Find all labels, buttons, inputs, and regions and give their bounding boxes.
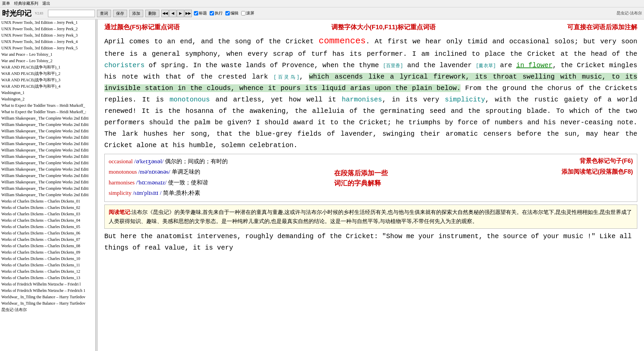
sidebar-item[interactable]: UNIX Power Tools, 3rd Edition – Jerry Pe… [0,39,95,45]
content-area[interactable]: 通过颜色(F5)标记重点词语 调整字体大小(F10,F11)标记重点词语 可直接… [98,19,644,351]
sidebar-item[interactable]: UNIX Power Tools, 3rd Edition – Jerry Pe… [0,26,95,32]
notes-content: :法布尔《昆虫记》的美学趣味,首先来自于一种潜在的童真与童趣,这或许与法布尔小时… [109,209,632,224]
annotation-inline-note: 可直接在词语后添加注解 [567,23,637,32]
dict-phonetic-monotonous: /mə'nɒtənəs/ [138,169,170,175]
sidebar-item[interactable]: UNIX Power Tools, 3rd Edition – Jerry Pe… [0,19,95,26]
dict-entry-monotonous: monotonous /mə'nɒtənəs/ 单调乏味的 [109,167,321,176]
sidebar-item[interactable]: Works of Charles Dickens – Charles Dicke… [0,249,95,256]
dict-entry-occasional: occasional /ə'keɪʒənəl/ 偶尔的；间或的；有时的 [109,157,321,166]
sidebar-item[interactable]: Works of Friedrich Wilhelm Nietzsche – F… [0,288,95,294]
dict-right-annotation: 在段落后添加一些词汇的字典解释 [334,157,546,199]
sidebar[interactable]: UNIX Power Tools, 3rd Edition – Jerry Pe… [0,19,96,351]
annotation-bg-mark: 背景色标记句子(F6) [580,157,633,165]
menu-item-menu[interactable]: 菜单 [2,1,10,6]
notes-label: 阅读笔记 [109,209,130,215]
sidebar-item[interactable]: William Shakespeare_ The Complete Works … [0,160,95,166]
dict-word-monotonous: monotonous [109,169,137,175]
dict-far-right-annotations: 背景色标记句子(F6) 添加阅读笔记(段落颜色F8) [559,157,633,199]
sidebar-item[interactable]: Works of Friedrich Wilhelm Nietzsche – F… [0,281,95,288]
next-button[interactable]: ▶▶ [184,10,192,17]
search-input[interactable] [48,10,95,17]
sidebar-item[interactable]: UNIX Power Tools, 3rd Edition – Jerry Pe… [0,45,95,51]
sidebar-item[interactable]: William Shakespeare_ The Complete Works … [0,185,95,192]
menu-bar: 菜单 经典珍藏系列 退出 [0,0,644,7]
sidebar-item[interactable]: Works of Charles Dickens – Charles Dicke… [0,230,95,236]
sidebar-item[interactable]: Works of Charles Dickens – Charles Dicke… [0,268,95,275]
menu-item-series[interactable]: 经典珍藏系列 [14,1,38,6]
add-button[interactable]: 添加 [129,10,143,17]
dict-meaning-harmonises: 使一致；使和谐 [168,179,208,186]
sidebar-item[interactable]: Worldwar_ In_Tiling the Balance – Harry … [0,300,95,307]
dict-entry-harmonises: harmonises /'hɑːmənaɪz/ 使一致；使和谐 [109,178,321,187]
sidebar-item[interactable]: UNIX Power Tools, 3rd Edition – Jerry Pe… [0,32,95,39]
checkbox-exec-label[interactable]: 执行 [210,10,223,16]
sidebar-item[interactable]: Washington_2 [0,96,95,102]
dict-phonetic-occasional: /ə'keɪʒənəl/ [134,158,164,165]
sidebar-item[interactable]: William Shakespeare_ The Complete Works … [0,192,95,198]
sidebar-item[interactable]: Works of Charles Dickens – Charles Dicke… [0,243,95,249]
sidebar-item[interactable]: William Shakespeare_ The Complete Works … [0,173,95,179]
sidebar-item[interactable]: WAR AND PEACE(战争与和平)_4 [0,83,95,90]
sidebar-item[interactable]: Washington_1 [0,90,95,96]
checkbox-scroll[interactable] [241,11,246,15]
annotation-reading-note: 添加阅读笔记(段落颜色F8) [561,168,633,176]
sidebar-item[interactable]: Works of Charles Dickens – Charles Dicke… [0,198,95,205]
prev-prev-button[interactable]: ◀◀ [161,10,169,17]
dict-word-harmonises: harmonises [109,179,135,186]
checkbox-scroll-label[interactable]: 滚屏 [241,10,254,16]
checkbox-exec[interactable] [210,11,214,15]
sidebar-item[interactable]: William Shakespeare_ The Complete Works … [0,122,95,128]
checkbox-edit[interactable] [225,11,230,15]
annotation-baili: [百里香] [383,63,403,69]
play-button[interactable]: ▶ [177,10,184,17]
sidebar-item[interactable]: Works of Charles Dickens – Charles Dicke… [0,236,95,243]
dict-meaning-simplicity: 简单;质朴;朴素 [163,190,200,196]
playback-controls: ◀◀ ◀ ▶ ▶▶ [161,10,192,17]
sidebar-item[interactable]: Works of Charles Dickens – Charles Dicke… [0,205,95,211]
dict-word-occasional: occasional [109,158,133,165]
search-button[interactable]: 查词 [97,10,111,17]
app-version: V2.83 [35,11,43,15]
delete-button[interactable]: 删除 [145,10,159,17]
checkbox-title[interactable] [194,11,198,15]
sidebar-item[interactable]: Works of Charles Dickens – Charles Dicke… [0,256,95,262]
sidebar-item[interactable]: Works of Charles Dickens – Charles Dicke… [0,262,95,268]
word-simplicity: simplicity [445,96,485,103]
sidebar-item[interactable]: William Shakespeare_ The Complete Works … [0,147,95,153]
dict-meaning-monotonous: 单调乏味的 [172,169,200,175]
sidebar-item[interactable]: WAR AND PEACE(战争与和平)_1 [0,64,95,71]
sidebar-item[interactable]: What to Expect the Toddler Years – Heidi… [0,109,95,115]
dict-meaning-occasional: 偶尔的；间或的；有时的 [165,158,228,165]
sidebar-item[interactable]: William Shakespeare_ The Complete Works … [0,179,95,185]
current-book-info: 昆虫记-法布尔 [616,10,642,16]
sidebar-item[interactable]: Works of Charles Dickens – Charles Dicke… [0,211,95,217]
sidebar-item[interactable]: Works of Charles Dickens – Charles Dicke… [0,224,95,230]
menu-item-exit[interactable]: 退出 [42,1,50,6]
reading-paragraph-1: April comes to an end, and the song of t… [104,34,637,151]
word-commences: commences [319,36,366,46]
sidebar-item[interactable]: War and Peace – Leo Tolstoy_2 [0,58,95,64]
sidebar-item[interactable]: What to Expect the Toddler Years – Heidi… [0,102,95,109]
sidebar-item[interactable]: William Shakespeare_ The Complete Works … [0,141,95,147]
sidebar-item[interactable]: 昆虫记-法布尔 [0,307,95,313]
annotation-font-size-mark: 调整字体大小(F10,F11)标记重点词语 [331,23,436,32]
sidebar-item[interactable]: William Shakespeare_ The Complete Works … [0,153,95,160]
sidebar-item[interactable]: WAR AND PEACE(战争与和平)_3 [0,77,95,83]
checkbox-edit-label[interactable]: 编辑 [225,10,238,16]
sidebar-item[interactable]: William Shakespeare_ The Complete Works … [0,115,95,122]
sidebar-item[interactable]: Works of Charles Dickens – Charles Dicke… [0,275,95,281]
sidebar-item[interactable]: Works of Charles Dickens – Charles Dicke… [0,217,95,224]
checkbox-title-label[interactable]: 标题 [194,10,207,16]
sidebar-item[interactable]: William Shakespeare_ The Complete Works … [0,166,95,173]
sidebar-item[interactable]: Worldwar_ In_Tiling the Balance – Harry … [0,294,95,300]
book-list: UNIX Power Tools, 3rd Edition – Jerry Pe… [0,19,95,313]
prev-button[interactable]: ◀ [169,10,176,17]
sidebar-item[interactable]: William Shakespeare_ The Complete Works … [0,134,95,141]
save-button[interactable]: 保存 [113,10,127,17]
sidebar-item[interactable]: WAR AND PEACE(战争与和平)_2 [0,71,95,77]
dict-phonetic-simplicity: /sɪm'plɪsɪtɪ / [133,190,161,196]
checkbox-group: 标题 执行 编辑 滚屏 [194,10,254,16]
sidebar-item[interactable]: War and Peace – Leo Tolstoy_1 [0,51,95,58]
sidebar-item[interactable]: William Shakespeare_ The Complete Works … [0,128,95,134]
main-container: UNIX Power Tools, 3rd Edition – Jerry Pe… [0,19,644,351]
